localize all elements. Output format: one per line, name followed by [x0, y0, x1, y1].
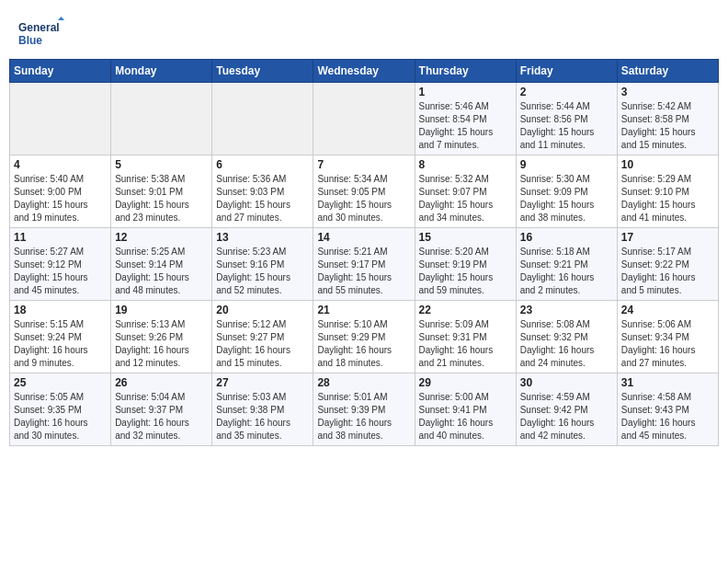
day-info-27: Sunrise: 5:03 AMSunset: 9:38 PMDaylight:…: [216, 391, 309, 442]
calendar-day-24: 24Sunrise: 5:06 AMSunset: 9:34 PMDayligh…: [617, 301, 718, 373]
header-monday: Monday: [111, 60, 212, 83]
calendar-day-20: 20Sunrise: 5:12 AMSunset: 9:27 PMDayligh…: [212, 301, 313, 373]
day-info-23: Sunrise: 5:08 AMSunset: 9:32 PMDaylight:…: [520, 318, 613, 370]
empty-cell: [212, 83, 313, 155]
header-thursday: Thursday: [415, 60, 516, 83]
calendar-day-18: 18Sunrise: 5:15 AMSunset: 9:24 PMDayligh…: [10, 301, 111, 373]
day-number-31: 31: [621, 376, 714, 389]
calendar-day-28: 28Sunrise: 5:01 AMSunset: 9:39 PMDayligh…: [313, 373, 415, 446]
day-number-17: 17: [621, 231, 714, 244]
day-number-13: 13: [216, 231, 309, 244]
day-info-20: Sunrise: 5:12 AMSunset: 9:27 PMDaylight:…: [216, 318, 309, 370]
calendar-day-14: 14Sunrise: 5:21 AMSunset: 9:17 PMDayligh…: [313, 228, 415, 301]
day-number-18: 18: [14, 304, 107, 316]
calendar-day-9: 9Sunrise: 5:30 AMSunset: 9:09 PMDaylight…: [516, 155, 617, 228]
header-tuesday: Tuesday: [212, 60, 313, 83]
calendar-day-6: 6Sunrise: 5:36 AMSunset: 9:03 PMDaylight…: [212, 155, 313, 228]
day-info-21: Sunrise: 5:10 AMSunset: 9:29 PMDaylight:…: [317, 318, 410, 370]
day-info-6: Sunrise: 5:36 AMSunset: 9:03 PMDaylight:…: [216, 173, 309, 224]
calendar-day-15: 15Sunrise: 5:20 AMSunset: 9:19 PMDayligh…: [415, 228, 516, 301]
day-info-2: Sunrise: 5:44 AMSunset: 8:56 PMDaylight:…: [520, 100, 613, 152]
day-info-22: Sunrise: 5:09 AMSunset: 9:31 PMDaylight:…: [419, 318, 512, 370]
calendar-day-12: 12Sunrise: 5:25 AMSunset: 9:14 PMDayligh…: [111, 228, 212, 301]
day-info-25: Sunrise: 5:05 AMSunset: 9:35 PMDaylight:…: [14, 391, 107, 442]
day-number-4: 4: [14, 158, 107, 171]
svg-text:Blue: Blue: [18, 34, 42, 47]
empty-cell: [111, 83, 212, 155]
day-number-3: 3: [621, 86, 714, 98]
day-info-14: Sunrise: 5:21 AMSunset: 9:17 PMDaylight:…: [317, 246, 410, 297]
calendar-week-2: 4Sunrise: 5:40 AMSunset: 9:00 PMDaylight…: [10, 155, 719, 228]
day-number-24: 24: [621, 304, 714, 316]
day-info-1: Sunrise: 5:46 AMSunset: 8:54 PMDaylight:…: [419, 100, 512, 152]
day-number-14: 14: [317, 231, 410, 244]
svg-text:General: General: [18, 21, 60, 34]
day-info-7: Sunrise: 5:34 AMSunset: 9:05 PMDaylight:…: [317, 173, 410, 224]
calendar-day-7: 7Sunrise: 5:34 AMSunset: 9:05 PMDaylight…: [313, 155, 415, 228]
day-info-19: Sunrise: 5:13 AMSunset: 9:26 PMDaylight:…: [115, 318, 208, 370]
calendar-day-19: 19Sunrise: 5:13 AMSunset: 9:26 PMDayligh…: [111, 301, 212, 373]
calendar-day-1: 1Sunrise: 5:46 AMSunset: 8:54 PMDaylight…: [415, 83, 516, 155]
day-number-19: 19: [115, 304, 208, 316]
calendar-week-3: 11Sunrise: 5:27 AMSunset: 9:12 PMDayligh…: [10, 228, 719, 301]
day-number-23: 23: [520, 304, 613, 316]
day-number-15: 15: [419, 231, 512, 244]
day-info-24: Sunrise: 5:06 AMSunset: 9:34 PMDaylight:…: [621, 318, 714, 370]
calendar-day-17: 17Sunrise: 5:17 AMSunset: 9:22 PMDayligh…: [617, 228, 718, 301]
day-number-6: 6: [216, 158, 309, 171]
calendar-day-8: 8Sunrise: 5:32 AMSunset: 9:07 PMDaylight…: [415, 155, 516, 228]
calendar-table: SundayMondayTuesdayWednesdayThursdayFrid…: [9, 59, 719, 446]
calendar-day-23: 23Sunrise: 5:08 AMSunset: 9:32 PMDayligh…: [516, 301, 617, 373]
logo: General Blue: [18, 17, 64, 52]
day-number-5: 5: [115, 158, 208, 171]
calendar-day-31: 31Sunrise: 4:58 AMSunset: 9:43 PMDayligh…: [617, 373, 718, 446]
calendar-day-2: 2Sunrise: 5:44 AMSunset: 8:56 PMDaylight…: [516, 83, 617, 155]
day-info-26: Sunrise: 5:04 AMSunset: 9:37 PMDaylight:…: [115, 391, 208, 442]
calendar-day-11: 11Sunrise: 5:27 AMSunset: 9:12 PMDayligh…: [10, 228, 111, 301]
day-number-25: 25: [14, 376, 107, 389]
svg-marker-2: [58, 17, 64, 20]
page-header: General Blue: [9, 9, 719, 55]
empty-cell: [10, 83, 111, 155]
day-info-18: Sunrise: 5:15 AMSunset: 9:24 PMDaylight:…: [14, 318, 107, 370]
calendar-day-4: 4Sunrise: 5:40 AMSunset: 9:00 PMDaylight…: [10, 155, 111, 228]
day-number-29: 29: [419, 376, 512, 389]
day-number-16: 16: [520, 231, 613, 244]
day-number-28: 28: [317, 376, 410, 389]
calendar-day-16: 16Sunrise: 5:18 AMSunset: 9:21 PMDayligh…: [516, 228, 617, 301]
day-number-10: 10: [621, 158, 714, 171]
day-number-11: 11: [14, 231, 107, 244]
day-number-12: 12: [115, 231, 208, 244]
calendar-day-25: 25Sunrise: 5:05 AMSunset: 9:35 PMDayligh…: [10, 373, 111, 446]
calendar-day-13: 13Sunrise: 5:23 AMSunset: 9:16 PMDayligh…: [212, 228, 313, 301]
header-sunday: Sunday: [10, 60, 111, 83]
calendar-day-3: 3Sunrise: 5:42 AMSunset: 8:58 PMDaylight…: [617, 83, 718, 155]
calendar-header-row: SundayMondayTuesdayWednesdayThursdayFrid…: [10, 60, 719, 83]
header-friday: Friday: [516, 60, 617, 83]
calendar-day-21: 21Sunrise: 5:10 AMSunset: 9:29 PMDayligh…: [313, 301, 415, 373]
day-info-28: Sunrise: 5:01 AMSunset: 9:39 PMDaylight:…: [317, 391, 410, 442]
day-number-30: 30: [520, 376, 613, 389]
day-info-29: Sunrise: 5:00 AMSunset: 9:41 PMDaylight:…: [419, 391, 512, 442]
calendar-day-26: 26Sunrise: 5:04 AMSunset: 9:37 PMDayligh…: [111, 373, 212, 446]
day-number-1: 1: [419, 86, 512, 98]
day-number-7: 7: [317, 158, 410, 171]
day-info-8: Sunrise: 5:32 AMSunset: 9:07 PMDaylight:…: [419, 173, 512, 224]
day-number-9: 9: [520, 158, 613, 171]
logo-svg: General Blue: [18, 17, 64, 52]
day-info-31: Sunrise: 4:58 AMSunset: 9:43 PMDaylight:…: [621, 391, 714, 442]
day-number-8: 8: [419, 158, 512, 171]
day-info-15: Sunrise: 5:20 AMSunset: 9:19 PMDaylight:…: [419, 246, 512, 297]
day-info-13: Sunrise: 5:23 AMSunset: 9:16 PMDaylight:…: [216, 246, 309, 297]
calendar-day-10: 10Sunrise: 5:29 AMSunset: 9:10 PMDayligh…: [617, 155, 718, 228]
calendar-week-5: 25Sunrise: 5:05 AMSunset: 9:35 PMDayligh…: [10, 373, 719, 446]
calendar-day-5: 5Sunrise: 5:38 AMSunset: 9:01 PMDaylight…: [111, 155, 212, 228]
calendar-week-4: 18Sunrise: 5:15 AMSunset: 9:24 PMDayligh…: [10, 301, 719, 373]
day-number-26: 26: [115, 376, 208, 389]
day-number-22: 22: [419, 304, 512, 316]
calendar-day-27: 27Sunrise: 5:03 AMSunset: 9:38 PMDayligh…: [212, 373, 313, 446]
day-number-27: 27: [216, 376, 309, 389]
calendar-week-1: 1Sunrise: 5:46 AMSunset: 8:54 PMDaylight…: [10, 83, 719, 155]
calendar-day-29: 29Sunrise: 5:00 AMSunset: 9:41 PMDayligh…: [415, 373, 516, 446]
day-number-21: 21: [317, 304, 410, 316]
